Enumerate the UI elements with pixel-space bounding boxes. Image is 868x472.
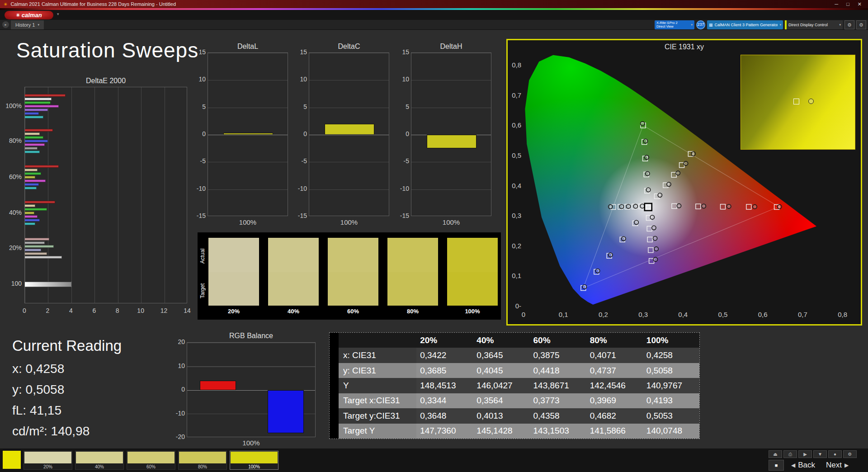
- rgb-balance-title: RGB Balance: [187, 332, 316, 340]
- current-reading-title: Current Reading: [12, 337, 122, 354]
- row-label: y: CIE31: [339, 363, 416, 378]
- cie-target-marker: [647, 237, 652, 242]
- saturation-swatch-button[interactable]: 100%: [230, 451, 278, 470]
- cell-value: 0,4013: [473, 408, 529, 423]
- swatch-label: 20%: [24, 464, 72, 469]
- deltae-bar: [25, 98, 52, 100]
- record-icon[interactable]: ●: [828, 450, 842, 458]
- swatch-label: 20%: [208, 308, 259, 315]
- saturation-swatch-button[interactable]: 40%: [75, 451, 124, 470]
- maximize-button[interactable]: □: [846, 1, 849, 7]
- eject-icon[interactable]: ⏏: [769, 450, 782, 458]
- zero-line: [208, 135, 288, 135]
- axis-tick-label: 0,7: [795, 311, 810, 318]
- history-nav-button[interactable]: ▸: [2, 21, 9, 28]
- close-button[interactable]: ✕: [858, 1, 862, 7]
- delta-chart-title: DeltaC: [309, 42, 389, 51]
- delta-chart-deltah: [411, 52, 491, 216]
- reading-value: cd/m²: 140,98: [12, 424, 90, 439]
- axis-tick-label: 0,4: [675, 311, 691, 318]
- cell-value: 0,3969: [586, 393, 643, 408]
- cie-actual-marker: [658, 193, 662, 197]
- utility-icon-row: ⏏⎙▶▼●⚙: [769, 450, 857, 458]
- swatch-color: [179, 452, 226, 463]
- axis-tick-label: 0: [392, 130, 409, 137]
- saturation-swatch-button[interactable]: 60%: [127, 451, 175, 470]
- deltae-bar: [25, 204, 35, 207]
- deltae-bar: [25, 215, 38, 218]
- logo-dropdown-icon[interactable]: ▾: [57, 12, 59, 16]
- axis-tick-label: 0,8: [509, 61, 521, 69]
- table-row: x: CIE310,34220,36450,38750,40710,4258: [339, 348, 699, 363]
- axis-tick-label: -10: [168, 410, 185, 417]
- delta-chart-title: DeltaL: [208, 42, 288, 51]
- history-tab[interactable]: History 1 ▾: [11, 20, 44, 29]
- next-button[interactable]: Next ▶: [822, 460, 852, 471]
- table-header-row: 20%40%60%80%100%: [339, 333, 699, 348]
- deltae-chart: [24, 87, 187, 303]
- axis-tick-label: 12: [159, 307, 170, 314]
- deltae-bar: [25, 101, 51, 104]
- pattern-generator-button[interactable]: ▦ CalMAN Client 3 Pattern Generator ▾: [707, 20, 783, 29]
- cie-actual-marker: [619, 204, 623, 208]
- meter-count-badge: 237: [696, 20, 705, 29]
- table-row: Target y:CIE310,36480,40130,43580,46820,…: [339, 408, 699, 423]
- history-tab-label: History 1: [15, 22, 35, 28]
- deltae-bar: [25, 222, 35, 225]
- minimize-button[interactable]: ─: [835, 1, 838, 7]
- deltae-bar: [25, 105, 59, 108]
- axis-tick-label: 0,8: [835, 311, 850, 318]
- axis-tick-label: 0,5: [509, 151, 521, 159]
- print-icon[interactable]: ⎙: [783, 450, 797, 458]
- cie-actual-marker: [677, 204, 681, 208]
- meter-button[interactable]: X-Rite i1Pro 2 Direct View ▾: [655, 20, 694, 29]
- cell-value: 0,5058: [643, 363, 699, 378]
- deltae-bar: [25, 241, 45, 244]
- axis-tick-label: 10: [189, 76, 206, 83]
- cell-value: 0,3344: [416, 393, 473, 408]
- options-gear-button[interactable]: ⚙: [856, 20, 866, 29]
- cie-actual-marker: [676, 171, 680, 175]
- calman-logo-button[interactable]: ✳ calman: [5, 11, 53, 19]
- axis-tick-label: 0: [516, 311, 531, 318]
- axis-tick-label: 4: [66, 307, 76, 314]
- axis-tick-label: 0,4: [509, 182, 521, 189]
- cie-actual-marker: [667, 182, 671, 186]
- deltae-bar: [25, 183, 39, 186]
- row-label: Y: [339, 378, 416, 393]
- settings-gear-button[interactable]: ⚙: [844, 20, 854, 29]
- play-icon[interactable]: ▶: [798, 450, 812, 458]
- deltae-bar: [25, 238, 49, 241]
- stop-button[interactable]: ■: [769, 460, 784, 471]
- rgb-balance-chart: [187, 342, 316, 437]
- calman-flower-icon: ✳: [16, 13, 19, 18]
- saturation-swatch-button[interactable]: 20%: [24, 451, 72, 470]
- back-button[interactable]: ◀ Back: [788, 460, 819, 471]
- target-swatch: [447, 272, 498, 306]
- cie-target-marker: [746, 204, 751, 209]
- display-control-button[interactable]: Direct Display Control ▾: [785, 20, 843, 29]
- gear-icon[interactable]: ⚙: [843, 450, 857, 458]
- target-swatch: [208, 272, 259, 306]
- cell-value: 0,3564: [473, 393, 529, 408]
- axis-tick-label: 0,2: [595, 311, 611, 318]
- cell-value: 0,4682: [586, 408, 643, 423]
- axis-tick-label: 5: [392, 103, 409, 110]
- saturation-swatch-button[interactable]: 80%: [178, 451, 227, 470]
- actual-swatch: [328, 238, 378, 272]
- swatch-label: 40%: [75, 464, 123, 469]
- cell-value: 0,3685: [416, 363, 473, 378]
- axis-tick-label: -20: [168, 433, 185, 440]
- swatch-label: 60%: [328, 308, 378, 315]
- next-arrow-icon: ▶: [844, 462, 849, 468]
- swatch-label: 60%: [127, 464, 175, 469]
- back-label: Back: [798, 461, 815, 470]
- swatch-label: 100%: [230, 464, 278, 469]
- deltae-grayscale-bar: [25, 282, 71, 287]
- cell-value: 0,4358: [530, 408, 586, 423]
- axis-tick-label: -5: [392, 157, 409, 165]
- axis-tick-label: 0: [290, 130, 307, 137]
- save-icon[interactable]: ▼: [813, 450, 827, 458]
- swatch-label: 100%: [447, 308, 498, 315]
- cell-value: 140,9767: [643, 378, 699, 393]
